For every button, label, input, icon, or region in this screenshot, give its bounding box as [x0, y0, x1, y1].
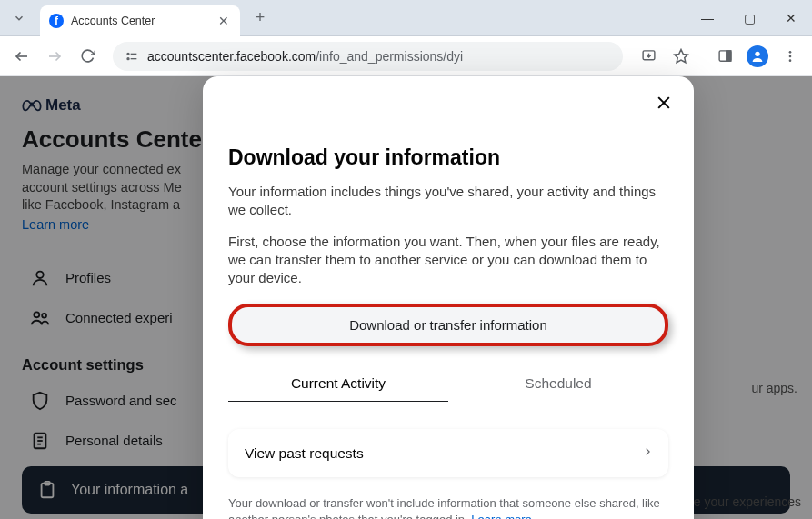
tab-close-button[interactable]: ✕: [216, 14, 231, 28]
tab-scheduled[interactable]: Scheduled: [448, 368, 668, 402]
browser-tab[interactable]: f Accounts Center ✕: [40, 5, 240, 36]
side-panel-icon[interactable]: [710, 42, 739, 71]
facebook-favicon: f: [49, 14, 64, 28]
modal-paragraph: First, choose the information you want. …: [228, 233, 668, 288]
reload-button[interactable]: [73, 42, 102, 71]
minimize-button[interactable]: —: [687, 0, 728, 36]
svg-marker-8: [675, 49, 688, 62]
profile-button[interactable]: [743, 42, 772, 71]
view-past-requests-button[interactable]: View past requests: [228, 429, 668, 477]
chevron-right-icon: [643, 444, 652, 463]
close-window-button[interactable]: ✕: [770, 0, 812, 36]
tab-current-activity[interactable]: Current Activity: [228, 368, 448, 402]
svg-rect-11: [726, 51, 730, 61]
list-btn-label: View past requests: [245, 445, 364, 462]
download-transfer-button[interactable]: Download or transfer information: [228, 304, 668, 346]
menu-button[interactable]: [776, 42, 805, 71]
modal-close-button[interactable]: [650, 89, 677, 116]
svg-point-4: [127, 57, 129, 59]
window-controls: — ▢ ✕: [687, 0, 812, 36]
svg-point-2: [127, 53, 129, 55]
browser-titlebar: f Accounts Center ✕ + — ▢ ✕: [0, 0, 812, 36]
maximize-button[interactable]: ▢: [728, 0, 770, 36]
bookmark-icon[interactable]: [667, 42, 696, 71]
tab-title: Accounts Center: [71, 15, 209, 27]
site-settings-icon[interactable]: [124, 48, 140, 65]
url-text: accountscenter.facebook.com/info_and_per…: [147, 49, 612, 64]
new-tab-button[interactable]: +: [247, 5, 273, 31]
back-button[interactable]: [7, 42, 36, 71]
svg-point-14: [789, 55, 792, 57]
modal-paragraph: Your information includes things you've …: [228, 183, 668, 220]
install-app-icon[interactable]: [634, 42, 663, 71]
modal-tabs: Current Activity Scheduled: [228, 368, 668, 402]
profile-avatar-icon: [747, 45, 768, 67]
footnote-learn-more-link[interactable]: Learn more: [471, 513, 531, 519]
forward-button[interactable]: [40, 42, 69, 71]
svg-point-15: [789, 59, 792, 62]
download-info-modal: Download your information Your informati…: [203, 76, 694, 519]
browser-toolbar: accountscenter.facebook.com/info_and_per…: [0, 36, 812, 76]
modal-title: Download your information: [228, 145, 668, 170]
svg-point-13: [789, 51, 792, 54]
modal-footnote: Your download or transfer won't include …: [228, 495, 668, 519]
svg-point-12: [755, 51, 759, 55]
address-bar[interactable]: accountscenter.facebook.com/info_and_per…: [113, 42, 623, 71]
tab-search-dropdown[interactable]: [4, 5, 35, 31]
